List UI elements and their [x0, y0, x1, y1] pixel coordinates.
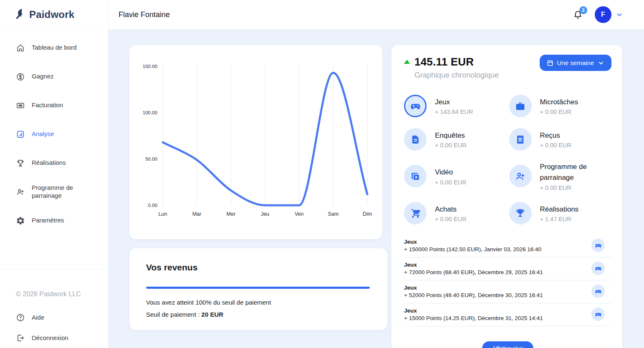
category-item[interactable]: Jeux + 143.64 EUR: [404, 95, 507, 117]
sidebar-item[interactable]: Réalisations: [0, 149, 108, 177]
timeline-chart-card: 150.00100.0050.000.00LunMarMerJeuVenSamD…: [129, 45, 382, 239]
svg-text:0.00: 0.00: [148, 203, 157, 208]
category-item[interactable]: Reçus + 0.00 EUR: [509, 128, 612, 151]
sidebar-item-icon: [16, 72, 25, 81]
chevron-down-icon: [597, 59, 605, 67]
transaction-details: + 15000 Points (14.25 EUR), Décembre 31,…: [404, 315, 586, 321]
transaction-row[interactable]: Jeux + 150000 Points (142.50 EUR), Janvi…: [404, 235, 611, 257]
sidebar-nav: Tableau de bord Gagnez Facturation Analy…: [0, 29, 108, 235]
copyright: © 2026 Paidwork LLC: [0, 280, 108, 307]
category-label: Achats: [435, 204, 466, 215]
payout-progress-bar: [146, 287, 370, 289]
category-label: Réalisations: [540, 204, 579, 215]
gamepad-icon: [591, 308, 605, 321]
brand-name: Paidwork: [29, 9, 74, 20]
sidebar-item[interactable]: Paramètres: [0, 206, 108, 235]
transaction-details: + 72000 Points (68.40 EUR), Décembre 29,…: [404, 269, 586, 275]
payout-threshold-value: 20 EUR: [202, 311, 224, 318]
sidebar-footer-icon: [16, 333, 25, 343]
category-icon: [404, 95, 427, 117]
svg-text:150.00: 150.00: [143, 64, 157, 69]
sidebar-item-label: Réalisations: [32, 159, 86, 167]
category-amount: + 143.64 EUR: [435, 108, 473, 115]
sidebar-footer-label: Aide: [32, 314, 44, 321]
transaction-row[interactable]: Jeux + 52000 Points (49.40 EUR), Décembr…: [404, 280, 611, 303]
payout-progress-text: Vous avez atteint 100% du seuil de paiem…: [146, 299, 370, 306]
category-item[interactable]: Achats + 0.00 EUR: [404, 202, 507, 224]
category-label: Enquêtes: [435, 130, 466, 141]
sidebar-item-label: Programme de parrainage: [32, 184, 86, 200]
sidebar-footer-item[interactable]: Déconnexion: [0, 328, 108, 348]
category-amount: + 1.47 EUR: [540, 216, 579, 222]
category-amount: + 0.00 EUR: [435, 216, 466, 222]
brand-logo[interactable]: Paidwork: [0, 0, 108, 29]
sidebar: Paidwork Tableau de bord Gagnez Facturat…: [0, 0, 109, 348]
svg-text:Sam: Sam: [328, 211, 338, 217]
sidebar-item-label: Gagnez: [32, 73, 86, 81]
payout-threshold-line: Seuil de paiement : 20 EUR: [146, 311, 370, 318]
sidebar-item-icon: [16, 130, 25, 139]
transaction-title: Jeux: [404, 308, 586, 314]
category-amount: + 0.00 EUR: [435, 179, 466, 186]
sidebar-item[interactable]: Programme de parrainage: [0, 177, 108, 206]
category-amount: + 0.00 EUR: [540, 108, 578, 115]
sidebar-item-label: Facturation: [32, 101, 86, 109]
category-label: Programme de parrainage: [540, 161, 612, 184]
svg-text:Mar: Mar: [192, 211, 202, 217]
sidebar-item-label: Analyse: [32, 130, 86, 138]
category-icon: [509, 128, 532, 151]
svg-text:Jeu: Jeu: [261, 211, 269, 217]
category-grid: Jeux + 143.64 EUR Microtâches + 0.00 EUR…: [404, 95, 611, 224]
category-item[interactable]: Microtâches + 0.00 EUR: [509, 95, 612, 117]
summary-subtitle: Graphique chronologique: [414, 71, 611, 80]
notifications-badge: 2: [579, 6, 587, 14]
category-item[interactable]: Enquêtes + 0.00 EUR: [404, 128, 507, 151]
notifications-button[interactable]: 2: [573, 10, 583, 20]
period-selector-button[interactable]: Une semaine: [540, 55, 611, 71]
sidebar-item[interactable]: Facturation: [0, 91, 108, 120]
transaction-text: Jeux + 72000 Points (68.40 EUR), Décembr…: [404, 262, 586, 275]
sidebar-item-icon: [16, 159, 25, 168]
chevron-down-icon[interactable]: [615, 10, 624, 19]
category-icon: [404, 128, 427, 151]
svg-text:50.00: 50.00: [145, 156, 157, 161]
category-icon: [509, 202, 532, 224]
period-selector-label: Une semaine: [557, 59, 594, 66]
sidebar-footer-icon: [16, 313, 25, 322]
top-header: Flavie Fontaine 2 F: [109, 0, 644, 29]
category-item[interactable]: Réalisations + 1.47 EUR: [509, 202, 612, 224]
earnings-line-chart: 150.00100.0050.000.00LunMarMerJeuVenSamD…: [129, 45, 382, 239]
transaction-row[interactable]: Jeux + 72000 Points (68.40 EUR), Décembr…: [404, 257, 611, 280]
transaction-details: + 150000 Points (142.50 EUR), Janvier 03…: [404, 246, 586, 252]
sidebar-item-label: Paramètres: [32, 217, 86, 224]
category-label: Microtâches: [540, 97, 578, 108]
paidwork-logo-icon: [14, 8, 25, 21]
sidebar-divider: [0, 269, 108, 270]
gamepad-icon: [591, 239, 605, 252]
sidebar-item[interactable]: Tableau de bord: [0, 33, 108, 62]
sidebar-item-label: Tableau de bord: [32, 44, 86, 52]
transaction-list: Jeux + 150000 Points (142.50 EUR), Janvi…: [404, 235, 611, 326]
payout-threshold-label: Seuil de paiement :: [146, 311, 202, 318]
category-amount: + 0.00 EUR: [540, 142, 571, 149]
avatar[interactable]: F: [595, 6, 611, 23]
transaction-details: + 52000 Points (49.40 EUR), Décembre 30,…: [404, 292, 586, 298]
page-title-user-name: Flavie Fontaine: [119, 10, 170, 19]
category-item[interactable]: Programme de parrainage + 0.00 EUR: [509, 161, 612, 191]
show-more-button[interactable]: Afficher plus: [482, 341, 533, 348]
category-label: Jeux: [435, 97, 473, 108]
transaction-row[interactable]: Jeux + 15000 Points (14.25 EUR), Décembr…: [404, 303, 611, 326]
transaction-text: Jeux + 52000 Points (49.40 EUR), Décembr…: [404, 285, 586, 298]
sidebar-footer-item[interactable]: Aide: [0, 307, 108, 328]
earnings-threshold-card: Vos revenus Vous avez atteint 100% du se…: [129, 248, 387, 330]
sidebar-footer-label: Déconnexion: [32, 334, 68, 341]
sidebar-item[interactable]: Gagnez: [0, 62, 108, 91]
transaction-title: Jeux: [404, 239, 586, 245]
earnings-summary-panel: 145.11 EUR Graphique chronologique Une s…: [391, 45, 622, 348]
svg-text:Lun: Lun: [159, 211, 167, 217]
up-triangle-icon: [404, 60, 410, 64]
sidebar-item[interactable]: Analyse: [0, 120, 108, 149]
category-item[interactable]: Vidéo + 0.00 EUR: [404, 161, 507, 191]
payout-progress-fill: [146, 287, 370, 289]
transaction-text: Jeux + 150000 Points (142.50 EUR), Janvi…: [404, 239, 586, 252]
